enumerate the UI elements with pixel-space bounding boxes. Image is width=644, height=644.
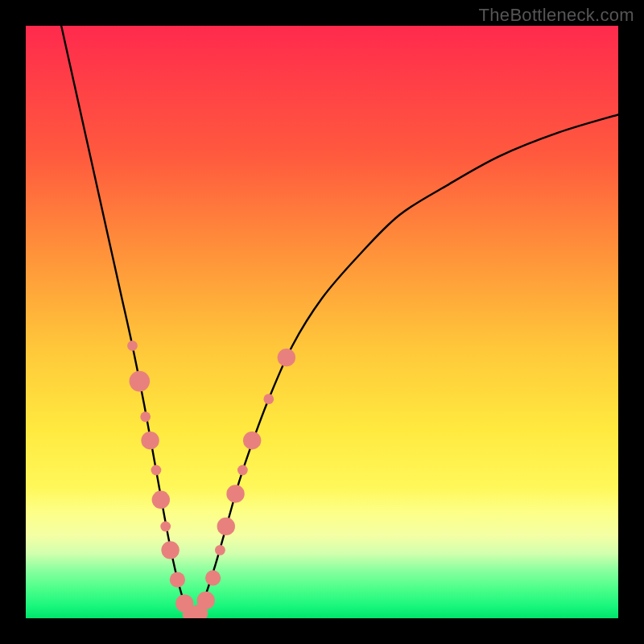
highlight-point — [151, 465, 162, 476]
highlight-point — [278, 349, 295, 366]
highlight-point — [161, 541, 179, 559]
chart-svg — [26, 26, 618, 618]
curve-left-curve — [61, 26, 193, 618]
curve-right-curve — [193, 114, 618, 618]
watermark-text: TheBottleneck.com — [479, 5, 634, 26]
highlight-point — [215, 545, 225, 555]
highlight-point — [152, 491, 170, 509]
highlight-point — [237, 465, 248, 476]
highlight-point — [170, 572, 185, 588]
highlight-point — [140, 411, 151, 422]
highlight-point — [243, 431, 261, 449]
highlight-point — [160, 522, 171, 532]
plot-area — [26, 26, 618, 618]
highlight-point — [217, 518, 235, 535]
highlight-point — [226, 485, 244, 502]
highlight-point — [205, 570, 221, 585]
chart-frame: TheBottleneck.com — [0, 0, 644, 644]
highlight-point — [141, 431, 159, 449]
highlight-point — [130, 371, 151, 392]
highlight-point — [197, 592, 215, 609]
highlight-point — [127, 341, 138, 351]
highlight-point — [263, 394, 274, 404]
